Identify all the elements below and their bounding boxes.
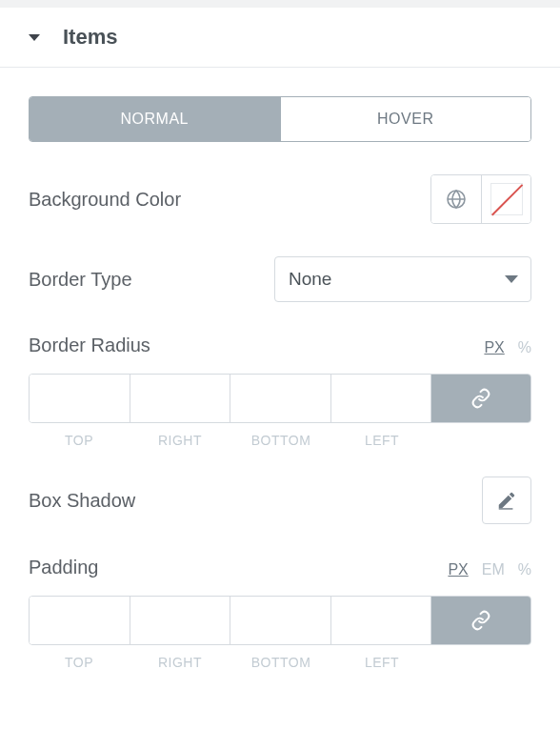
dim-label-right: RIGHT [130, 433, 230, 448]
border-radius-right-input[interactable] [130, 375, 231, 422]
padding-right-input[interactable] [130, 597, 231, 644]
chevron-down-icon [505, 275, 518, 283]
dim-label-right: RIGHT [130, 655, 230, 670]
unit-percent[interactable]: % [518, 339, 531, 356]
border-radius-inputs [29, 374, 531, 423]
dim-label-top: TOP [29, 433, 130, 448]
panel-top-strip [0, 0, 560, 8]
border-type-value: None [289, 269, 331, 290]
unit-px[interactable]: PX [484, 339, 504, 356]
no-color-swatch-icon [490, 183, 523, 215]
caret-down-icon [29, 34, 40, 41]
unit-percent-padding[interactable]: % [518, 561, 531, 578]
padding-dim-labels: TOP RIGHT BOTTOM LEFT [29, 655, 531, 670]
link-icon [470, 388, 491, 409]
global-color-button[interactable] [431, 175, 481, 223]
padding-left-input[interactable] [331, 597, 432, 644]
padding-block: Padding PX EM % TOP RIGHT BOTTOM LEF [29, 557, 531, 670]
svg-rect-1 [499, 508, 513, 509]
border-radius-left-input[interactable] [331, 375, 432, 422]
unit-em-padding[interactable]: EM [482, 561, 505, 578]
background-color-controls [430, 174, 531, 224]
globe-icon [445, 188, 468, 211]
padding-units: PX EM % [448, 561, 531, 578]
state-tabs: NORMAL HOVER [29, 96, 531, 142]
padding-top-input[interactable] [30, 597, 130, 644]
padding-bottom-input[interactable] [230, 597, 331, 644]
border-radius-block: Border Radius PX % TOP RIGHT BOTTOM LEFT [29, 335, 531, 448]
border-type-row: Border Type None [29, 256, 531, 302]
dim-label-left: LEFT [331, 655, 432, 670]
border-radius-top-input[interactable] [30, 375, 130, 422]
background-color-row: Background Color [29, 174, 531, 224]
link-icon [470, 610, 491, 631]
color-picker-button[interactable] [481, 175, 530, 223]
unit-px-padding[interactable]: PX [448, 561, 468, 578]
border-type-label: Border Type [29, 269, 132, 291]
border-radius-units: PX % [484, 339, 531, 356]
tab-normal[interactable]: NORMAL [30, 97, 280, 141]
border-type-select[interactable]: None [274, 256, 531, 302]
padding-label: Padding [29, 557, 98, 578]
border-radius-dim-labels: TOP RIGHT BOTTOM LEFT [29, 433, 531, 448]
pencil-icon [496, 490, 517, 511]
background-color-label: Background Color [29, 189, 181, 211]
section-header[interactable]: Items [0, 8, 560, 68]
border-radius-bottom-input[interactable] [230, 375, 331, 422]
padding-inputs [29, 596, 531, 645]
box-shadow-edit-button[interactable] [482, 477, 531, 524]
dim-label-bottom: BOTTOM [230, 433, 331, 448]
dim-label-left: LEFT [331, 433, 432, 448]
padding-link-button[interactable] [431, 597, 530, 644]
tab-hover[interactable]: HOVER [280, 97, 531, 141]
border-radius-label: Border Radius [29, 335, 150, 356]
box-shadow-label: Box Shadow [29, 490, 135, 512]
panel-body: NORMAL HOVER Background Color Border Typ… [0, 68, 560, 708]
section-title: Items [63, 25, 117, 50]
dim-label-bottom: BOTTOM [230, 655, 331, 670]
box-shadow-row: Box Shadow [29, 477, 531, 524]
border-radius-link-button[interactable] [431, 375, 530, 422]
dim-label-top: TOP [29, 655, 130, 670]
